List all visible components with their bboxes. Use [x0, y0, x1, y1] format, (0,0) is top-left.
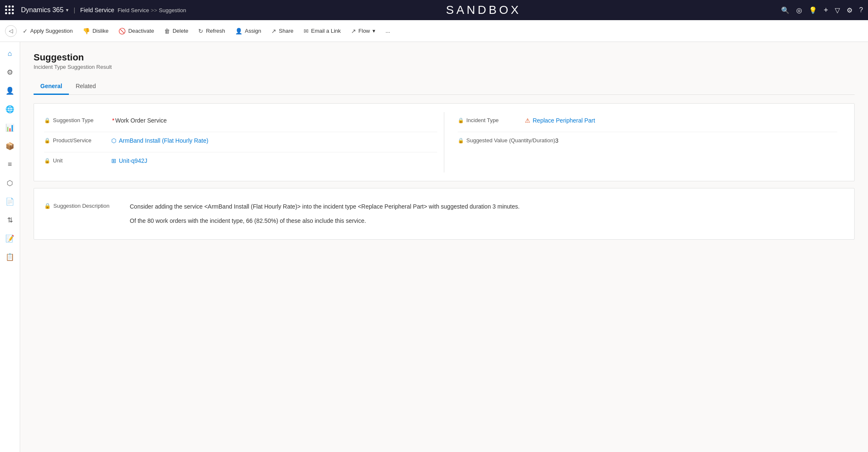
delete-button[interactable]: 🗑 Delete	[160, 25, 193, 37]
apply-suggestion-icon: ✓	[23, 28, 28, 34]
incident-type-label: 🔒 Incident Type	[458, 117, 525, 123]
suggestion-type-row: 🔒 Suggestion Type * Work Order Service	[44, 112, 437, 132]
form-col-right: 🔒 Incident Type ⚠ Replace Peripheral Par…	[444, 112, 844, 172]
deactivate-icon: 🚫	[118, 28, 126, 34]
lock-icon-unit: 🔒	[44, 158, 50, 164]
command-bar: ◁ ✓ Apply Suggestion 👎 Dislike 🚫 Deactiv…	[0, 20, 868, 42]
product-service-label: 🔒 Product/Service	[44, 137, 111, 144]
warning-icon: ⚠	[525, 117, 530, 124]
product-service-value[interactable]: ⬡ ArmBand Install (Flat Hourly Rate)	[111, 137, 437, 144]
refresh-label: Refresh	[206, 28, 225, 34]
dislike-icon: 👎	[83, 28, 90, 34]
help-icon[interactable]: ?	[859, 6, 863, 14]
bulb-icon[interactable]: 💡	[809, 6, 817, 14]
sidebar-item-settings[interactable]: ⚙	[2, 64, 18, 81]
breadcrumb: Field Service >> Suggestion	[118, 7, 186, 13]
form-col-left: 🔒 Suggestion Type * Work Order Service 🔒…	[44, 112, 444, 172]
tab-general[interactable]: General	[34, 78, 69, 95]
breadcrumb-part2: Suggestion	[159, 7, 186, 13]
refresh-button[interactable]: ↻ Refresh	[194, 25, 229, 37]
page-subtitle: Incident Type Suggestion Result	[34, 64, 855, 70]
description-paragraph2: Of the 80 work orders with the incident …	[130, 216, 844, 225]
lock-icon-incident: 🔒	[458, 118, 464, 123]
share-label: Share	[279, 28, 294, 34]
breadcrumb-sep1: >>	[151, 7, 157, 13]
delete-label: Delete	[173, 28, 189, 34]
sidebar-item-lists[interactable]: ≡	[2, 156, 18, 173]
flow-icon: ↗	[351, 28, 356, 34]
suggestion-type-value: Work Order Service	[115, 117, 437, 124]
apply-suggestion-button[interactable]: ✓ Apply Suggestion	[18, 25, 77, 37]
unit-value[interactable]: ⊞ Unit-q942J	[111, 157, 437, 164]
suggested-value-row: 🔒 Suggested Value (Quantity/Duration) 3	[458, 132, 838, 152]
sidebar-item-globe[interactable]: 🌐	[2, 101, 18, 118]
more-options-button[interactable]: ...	[381, 25, 394, 37]
sidebar-item-contacts[interactable]: 👤	[2, 82, 18, 99]
description-content: Consider adding the service <ArmBand Ins…	[130, 202, 844, 226]
required-star: *	[112, 117, 114, 124]
product-service-row: 🔒 Product/Service ⬡ ArmBand Install (Fla…	[44, 132, 437, 152]
deactivate-button[interactable]: 🚫 Deactivate	[114, 25, 158, 37]
tab-related[interactable]: Related	[69, 78, 102, 95]
search-icon[interactable]: 🔍	[781, 6, 789, 14]
app-launcher-icon[interactable]	[5, 5, 14, 15]
email-link-label: Email a Link	[311, 28, 341, 34]
incident-type-value[interactable]: ⚠ Replace Peripheral Part	[525, 117, 838, 124]
settings-icon[interactable]: ⚙	[847, 6, 852, 14]
form-grid: 🔒 Suggestion Type * Work Order Service 🔒…	[44, 112, 844, 172]
back-icon: ◁	[9, 28, 13, 34]
flow-chevron: ▾	[372, 28, 375, 34]
field-service-nav[interactable]: Field Service	[80, 7, 114, 13]
grid-icon: ⊞	[111, 157, 116, 164]
sidebar-item-sync[interactable]: ⇅	[2, 212, 18, 228]
flow-button[interactable]: ↗ Flow ▾	[347, 25, 380, 37]
description-label: 🔒 Suggestion Description	[44, 202, 120, 226]
share-icon: ↗	[271, 28, 276, 34]
delete-icon: 🗑	[164, 28, 170, 34]
sidebar-item-clipboard[interactable]: 📋	[2, 248, 18, 265]
assign-icon: 👤	[235, 28, 242, 34]
check-circle-icon[interactable]: ◎	[796, 6, 802, 14]
email-icon: ✉	[304, 28, 309, 34]
content-area: Suggestion Incident Type Suggestion Resu…	[20, 42, 868, 452]
email-link-button[interactable]: ✉ Email a Link	[299, 25, 345, 37]
suggested-value-label: 🔒 Suggested Value (Quantity/Duration)	[458, 137, 556, 144]
brand-name[interactable]: Dynamics 365 ▾	[21, 6, 68, 14]
tabs: General Related	[34, 78, 855, 95]
sidebar-item-hex1[interactable]: ⬡	[2, 175, 18, 191]
dislike-button[interactable]: 👎 Dislike	[79, 25, 113, 37]
suggested-value-number: 3	[555, 137, 837, 144]
suggestion-type-label: 🔒 Suggestion Type	[44, 117, 111, 123]
top-navigation: Dynamics 365 ▾ | Field Service Field Ser…	[0, 0, 868, 20]
sidebar-item-chart[interactable]: 📊	[2, 119, 18, 136]
breadcrumb-part1[interactable]: Field Service	[118, 7, 149, 13]
back-button[interactable]: ◁	[5, 25, 17, 37]
add-icon[interactable]: +	[824, 6, 829, 15]
sandbox-title: SANDBOX	[189, 3, 777, 17]
brand-chevron[interactable]: ▾	[66, 7, 68, 13]
more-options-icon: ...	[385, 28, 390, 34]
apply-suggestion-label: Apply Suggestion	[30, 28, 73, 34]
page-header: Suggestion Incident Type Suggestion Resu…	[34, 52, 855, 70]
deactivate-label: Deactivate	[128, 28, 154, 34]
lock-icon-product: 🔒	[44, 138, 50, 144]
lock-icon-suggested-value: 🔒	[458, 138, 464, 144]
sidebar-item-docs[interactable]: 📄	[2, 193, 18, 210]
form-section: 🔒 Suggestion Type * Work Order Service 🔒…	[34, 103, 855, 181]
lock-icon-suggestion-type: 🔒	[44, 118, 50, 123]
sidebar-item-home[interactable]: ⌂	[2, 45, 18, 62]
incident-type-row: 🔒 Incident Type ⚠ Replace Peripheral Par…	[458, 112, 838, 132]
filter-icon[interactable]: ▽	[835, 6, 840, 14]
flow-label: Flow	[359, 28, 370, 34]
description-paragraph1: Consider adding the service <ArmBand Ins…	[130, 202, 844, 211]
dislike-label: Dislike	[92, 28, 108, 34]
lock-icon-desc: 🔒	[44, 203, 51, 209]
top-nav-icons: 🔍 ◎ 💡 + ▽ ⚙ ?	[781, 6, 863, 15]
cube-icon: ⬡	[111, 137, 116, 144]
unit-row: 🔒 Unit ⊞ Unit-q942J	[44, 152, 437, 172]
assign-button[interactable]: 👤 Assign	[231, 25, 265, 37]
left-sidebar: ⌂ ⚙ 👤 🌐 📊 📦 ≡ ⬡ 📄 ⇅ 📝 📋	[0, 42, 20, 452]
sidebar-item-inventory[interactable]: 📦	[2, 138, 18, 154]
sidebar-item-notes[interactable]: 📝	[2, 230, 18, 247]
share-button[interactable]: ↗ Share	[267, 25, 298, 37]
